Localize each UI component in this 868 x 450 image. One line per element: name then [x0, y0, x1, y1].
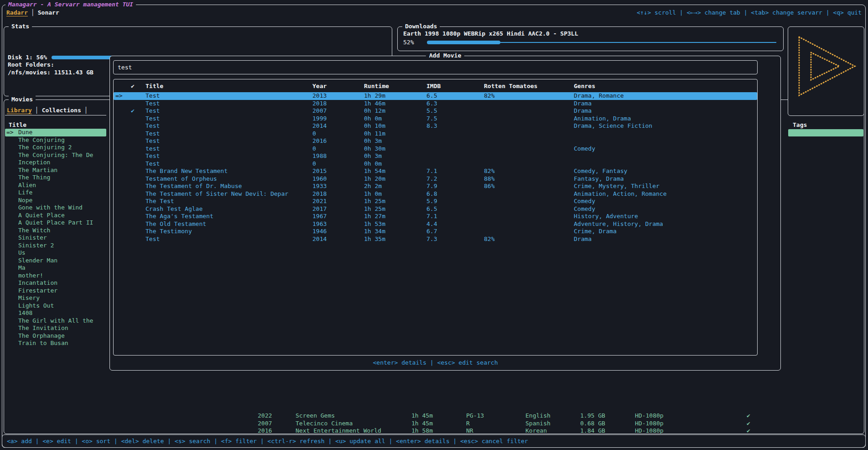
selection-arrow	[6, 182, 18, 189]
selection-arrow	[114, 130, 129, 138]
tab-library[interactable]: Library	[7, 107, 32, 114]
add-movie-result-row[interactable]: The Old Testament 1963 1h 53m 4.4 Advent…	[114, 220, 757, 228]
movie-list-item[interactable]: Incantation	[5, 279, 106, 287]
result-title: Test	[144, 152, 311, 160]
download-progress-gauge	[427, 39, 778, 47]
add-movie-result-row[interactable]: Testament of Orpheus 1960 1h 20m 7.2 88%…	[114, 175, 757, 183]
tab-collections[interactable]: Collections	[42, 107, 81, 114]
result-year: 2018	[311, 100, 362, 108]
stats-panel-title: Stats	[9, 23, 32, 30]
movie-list-item[interactable]: Train to Busan	[5, 340, 106, 347]
added-check-icon: ✔	[129, 107, 144, 115]
movie-list-item[interactable]: Ma	[5, 264, 106, 272]
movie-list-item[interactable]: The Witch	[5, 227, 106, 235]
movie-list-item[interactable]: Firestarter	[5, 287, 106, 295]
movie-list-item[interactable]: The Conjuring 2	[5, 144, 106, 152]
movie-list-item[interactable]: mother!	[5, 272, 106, 280]
result-rotten-tomatoes	[482, 107, 572, 115]
tab-sonarr[interactable]: Sonarr	[38, 9, 59, 16]
result-runtime: 0h 10m	[362, 122, 425, 130]
downloads-body: Earth 1998 1080p WEBRip x265 Hindi AAC2.…	[398, 27, 783, 46]
movie-list-item[interactable]: => Dune	[5, 129, 106, 136]
movie-list-item[interactable]: Sinister 2	[5, 242, 106, 250]
tab-radarr[interactable]: Radarr	[6, 9, 28, 16]
add-movie-result-row[interactable]: Test 1999 0h 0m 7.5 Animation, Drama	[114, 115, 757, 123]
result-title: The Old Testament	[144, 220, 311, 228]
selection-arrow	[6, 212, 18, 220]
add-movie-result-row[interactable]: Test 2018 1h 46m 6.3 Drama	[114, 100, 757, 108]
add-movie-result-row[interactable]: Test 0 0h 11m	[114, 130, 757, 138]
result-runtime: 1h 25m	[362, 198, 425, 205]
add-movie-result-row[interactable]: The Testament of Dr. Mabuse 1933 2h 2m 7…	[114, 183, 757, 190]
selection-arrow	[114, 137, 129, 145]
movie-list-item[interactable]: Us	[5, 249, 106, 257]
add-movie-result-row[interactable]: The Testament of Sister New Devil: Depar…	[114, 190, 757, 198]
result-runtime: 0h 0m	[362, 115, 425, 123]
movie-title: The Martian	[18, 167, 57, 174]
selection-arrow	[114, 190, 129, 198]
results-header-row: ✔ Title Year Runtime IMDB Rotten Tomatoe…	[114, 83, 757, 90]
result-year: 2021	[311, 198, 362, 205]
add-movie-result-row[interactable]: Test 2016 0h 3m	[114, 137, 757, 145]
result-rotten-tomatoes	[482, 152, 572, 160]
movie-list-item[interactable]: The Thing	[5, 174, 106, 182]
add-movie-result-row[interactable]: The Testimony 1946 1h 34m 6.7 Crime, Dra…	[114, 228, 757, 235]
movie-list-item[interactable]: The Martian	[5, 167, 106, 174]
movie-list-item[interactable]: A Quiet Place	[5, 212, 106, 220]
movie-table-row[interactable]: 2022 Screen Gems 1h 45m PG-13 English 1.…	[4, 412, 864, 420]
movie-list-item[interactable]: Misery	[5, 294, 106, 302]
movie-list-item[interactable]: Alien	[5, 182, 106, 189]
movie-list-item[interactable]: A Quiet Place Part II	[5, 219, 106, 227]
movie-list-item[interactable]: 1408	[5, 309, 106, 317]
selection-arrow: =>	[114, 92, 129, 100]
movie-list-item[interactable]: The Orphanage	[5, 332, 106, 340]
movie-list-item[interactable]: The Girl with All the	[5, 317, 106, 325]
movie-list-item[interactable]: The Conjuring: The De	[5, 152, 106, 159]
add-movie-result-row[interactable]: Test 1988 0h 3m	[114, 152, 757, 160]
movie-list-item[interactable]: Gone with the Wind	[5, 204, 106, 212]
movie-search-input[interactable]	[113, 60, 758, 74]
selection-arrow	[114, 152, 129, 160]
movie-title: Train to Busan	[18, 340, 68, 347]
result-year: 2014	[311, 122, 362, 130]
result-imdb: 7.1	[425, 213, 482, 220]
add-movie-result-row[interactable]: Crash Test Aglae 2017 1h 25m 6.5 Comedy	[114, 205, 757, 213]
result-year: 0	[311, 145, 362, 153]
add-movie-result-row[interactable]: Test 2014 1h 35m 7.3 82% Drama	[114, 235, 757, 243]
movie-table-row[interactable]: 2007 Telecinco Cinema 1h 45m R Spanish 0…	[4, 420, 864, 428]
monitored-check-icon: ✔	[747, 427, 750, 435]
result-year: 2015	[311, 167, 362, 175]
movie-table-row[interactable]: 2016 Next Entertainment World 1h 58m NR …	[4, 427, 864, 435]
selection-arrow	[6, 294, 18, 302]
movie-list-item[interactable]: Slender Man	[5, 257, 106, 265]
selection-arrow	[6, 309, 18, 317]
movie-list-item[interactable]: Lights Out	[5, 302, 106, 310]
result-genres: Animation, Drama	[572, 115, 757, 123]
movie-list-item[interactable]: Sinister	[5, 234, 106, 242]
add-movie-result-row[interactable]: Test 2014 0h 10m 8.3 Drama, Science Fict…	[114, 122, 757, 130]
stats-line	[8, 39, 388, 47]
movie-title: Misery	[18, 294, 40, 302]
add-movie-result-row[interactable]: => Test 2013 1h 29m 6.5 82% Drama, Roman…	[114, 92, 757, 100]
add-movie-result-row[interactable]: The Aga's Testament 1967 1h 27m 7.1 Hist…	[114, 213, 757, 220]
movie-list-item[interactable]: Nope	[5, 197, 106, 204]
add-movie-result-row[interactable]: The Test 2021 1h 25m 5.9 Comedy	[114, 198, 757, 205]
movie-list-item[interactable]: Inception	[5, 159, 106, 167]
add-movie-result-row[interactable]: ✔ Test 2007 0h 12m 5.5 Drama	[114, 107, 757, 115]
movie-title: Sinister 2	[18, 242, 54, 250]
add-movie-result-row[interactable]: Test 0 0h 0m	[114, 160, 757, 168]
library-panel-title: Movies	[9, 96, 36, 103]
movie-list-item[interactable]: The Invitation	[5, 324, 106, 332]
added-check-icon	[129, 220, 144, 228]
add-movie-result-row[interactable]: test 0 0h 30m Comedy	[114, 145, 757, 153]
add-movie-result-row[interactable]: The Brand New Testament 2015 1h 54m 7.1 …	[114, 167, 757, 175]
movie-title: The Conjuring	[18, 136, 65, 144]
movie-list-item[interactable]: The Conjuring	[5, 136, 106, 144]
selection-arrow	[6, 174, 18, 182]
result-rotten-tomatoes: 88%	[482, 175, 572, 183]
movie-list-item[interactable]: Life	[5, 189, 106, 197]
added-check-icon	[129, 160, 144, 168]
result-year: 1946	[311, 228, 362, 235]
download-progress-row: 52%	[403, 39, 778, 47]
selection-arrow	[6, 287, 18, 295]
